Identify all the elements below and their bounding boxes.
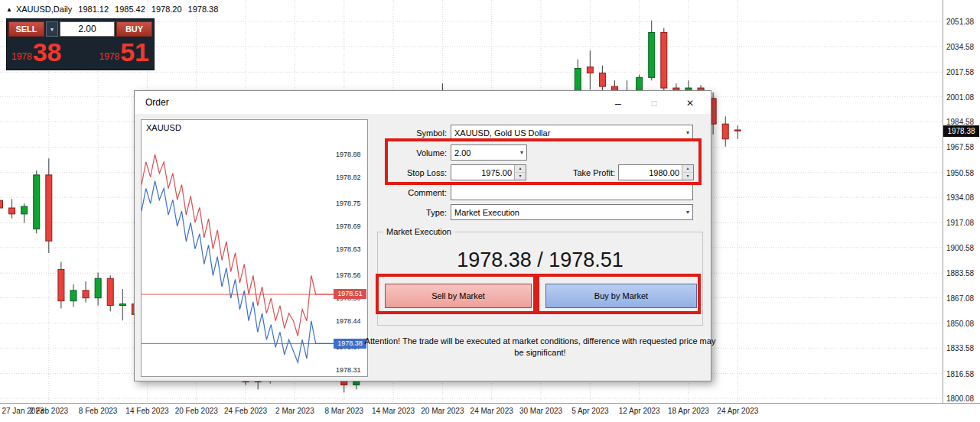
date-tick-label: 30 Mar 2023 <box>519 407 562 415</box>
buy-by-market-button[interactable]: Buy by Market <box>545 284 697 308</box>
ohlc-low: 1978.20 <box>151 5 182 14</box>
candle <box>21 206 28 214</box>
market-execution-group-label: Market Execution <box>383 227 454 236</box>
caret-down-icon: ▼ <box>50 27 55 32</box>
candle <box>34 175 40 229</box>
date-tick-label: 5 Apr 2023 <box>571 407 608 415</box>
ohlc-open: 1981.12 <box>78 5 109 14</box>
symbol-value: XAUUSD, Gold US Dollar <box>454 128 550 138</box>
date-tick-label: 20 Feb 2023 <box>175 407 218 415</box>
buy-price-handle: 1978 <box>99 51 119 62</box>
candle <box>46 175 52 241</box>
one-click-trading-panel: SELL ▼ 2.00 BUY 1978 38 1978 51 <box>6 18 155 70</box>
date-tick-label: 18 Apr 2023 <box>668 407 709 415</box>
sell-price-display: 1978 38 <box>11 40 62 64</box>
stop-loss-decrement-button[interactable]: ▾ <box>515 173 526 180</box>
stop-loss-input[interactable] <box>451 165 514 180</box>
sell-button[interactable]: SELL <box>8 21 44 37</box>
comment-input[interactable] <box>451 184 693 200</box>
up-triangle-icon: ▲ <box>6 6 12 13</box>
market-execution-groupbox <box>377 232 703 326</box>
buy-price-display: 1978 51 <box>99 40 149 64</box>
current-price-tag: 1978.38 <box>943 125 979 137</box>
take-profit-input[interactable] <box>619 165 682 180</box>
take-profit-decrement-button[interactable]: ▾ <box>682 173 693 180</box>
bid-ask-price-display: 1978.38 / 1978.51 <box>377 248 703 272</box>
ohlc-close: 1978.38 <box>188 5 219 14</box>
date-tick-label: 20 Mar 2023 <box>421 407 464 415</box>
order-dialog: Order – □ ✕ 1978.881978.821978.751978.69… <box>134 90 711 381</box>
candle <box>107 278 113 305</box>
date-tick-label: 2 Feb 2023 <box>30 407 69 415</box>
take-profit-increment-button[interactable]: ▴ <box>682 165 693 173</box>
candle <box>649 32 655 77</box>
candle <box>734 130 741 131</box>
candle <box>70 291 77 301</box>
order-type-combobox[interactable]: Market Execution ▾ <box>451 204 693 220</box>
candle <box>599 73 605 86</box>
candle <box>9 208 15 214</box>
comment-label: Comment: <box>382 188 447 197</box>
dialog-titlebar[interactable]: Order – □ ✕ <box>135 91 711 114</box>
date-tick-label: 12 Apr 2023 <box>619 407 660 415</box>
minimize-button[interactable]: – <box>605 93 631 112</box>
stop-loss-label: Stop Loss: <box>382 168 447 177</box>
sell-by-market-button[interactable]: Sell by Market <box>385 284 532 308</box>
symbol-combobox[interactable]: XAUUSD, Gold US Dollar ▾ <box>451 125 693 141</box>
volume-value: 2.00 <box>454 148 470 157</box>
candle <box>119 304 125 306</box>
volume-combobox[interactable]: 2.00 ▾ <box>451 144 527 161</box>
volume-label: Volume: <box>382 148 447 157</box>
tick-chart-canvas <box>142 120 367 376</box>
stop-loss-field[interactable]: ▴ ▾ <box>451 164 526 180</box>
date-tick-label: 8 Mar 2023 <box>324 407 363 415</box>
take-profit-field[interactable]: ▴ ▾ <box>618 164 694 180</box>
sell-price-pips: 38 <box>33 40 62 64</box>
date-tick-label: 24 Apr 2023 <box>717 407 758 415</box>
chart-ohlc-header: ▲ XAUUSD,Daily 1981.12 1985.42 1978.20 1… <box>6 5 218 14</box>
date-tick-label: 14 Feb 2023 <box>125 407 168 415</box>
type-label: Type: <box>382 208 447 217</box>
candle <box>661 32 667 88</box>
volume-quick-input[interactable]: 2.00 <box>60 21 115 37</box>
volume-dropdown-caret[interactable]: ▼ <box>46 21 58 37</box>
close-icon[interactable]: ✕ <box>677 93 703 112</box>
metatrader-window: 2051.382034.582017.582001.081984.581967.… <box>0 0 980 422</box>
sell-price-handle: 1978 <box>11 51 32 62</box>
candle <box>95 278 101 298</box>
date-tick-label: 8 Feb 2023 <box>79 407 118 415</box>
date-tick-label: 2 Mar 2023 <box>275 407 314 415</box>
candle <box>587 67 593 73</box>
ohlc-high: 1985.42 <box>115 5 145 14</box>
maximize-button[interactable]: □ <box>641 93 667 112</box>
candle <box>722 124 728 139</box>
candle <box>83 291 89 298</box>
date-tick-label: 14 Mar 2023 <box>372 407 415 415</box>
order-type-value: Market Execution <box>454 208 519 217</box>
buy-price-pips: 51 <box>120 40 149 64</box>
tick-chart-symbol: XAUUSD <box>146 123 181 132</box>
attention-text: Attention! The trade will be executed at… <box>360 336 720 359</box>
symbol-label: Symbol: <box>382 128 447 138</box>
ask-price-tag: 1978.51 <box>334 289 366 299</box>
take-profit-label: Take Profit: <box>548 168 615 177</box>
chevron-down-icon[interactable]: ▾ <box>686 209 689 216</box>
date-tick-label: 27 Jan 2023 <box>2 407 44 415</box>
chevron-down-icon[interactable]: ▾ <box>520 149 523 156</box>
date-tick-label: 24 Mar 2023 <box>470 407 513 415</box>
tick-chart: 1978.881978.821978.751978.691978.631978.… <box>141 119 368 377</box>
date-axis-divider <box>0 403 980 404</box>
buy-button[interactable]: BUY <box>116 21 152 37</box>
price-axis-divider <box>943 0 943 403</box>
date-tick-label: 24 Feb 2023 <box>224 407 267 415</box>
chevron-down-icon[interactable]: ▾ <box>686 129 689 136</box>
stop-loss-increment-button[interactable]: ▴ <box>515 165 526 173</box>
chart-symbol-period: XAUUSD,Daily <box>16 5 72 14</box>
dialog-title: Order <box>145 91 169 114</box>
candle <box>58 269 64 300</box>
candle <box>0 200 3 208</box>
